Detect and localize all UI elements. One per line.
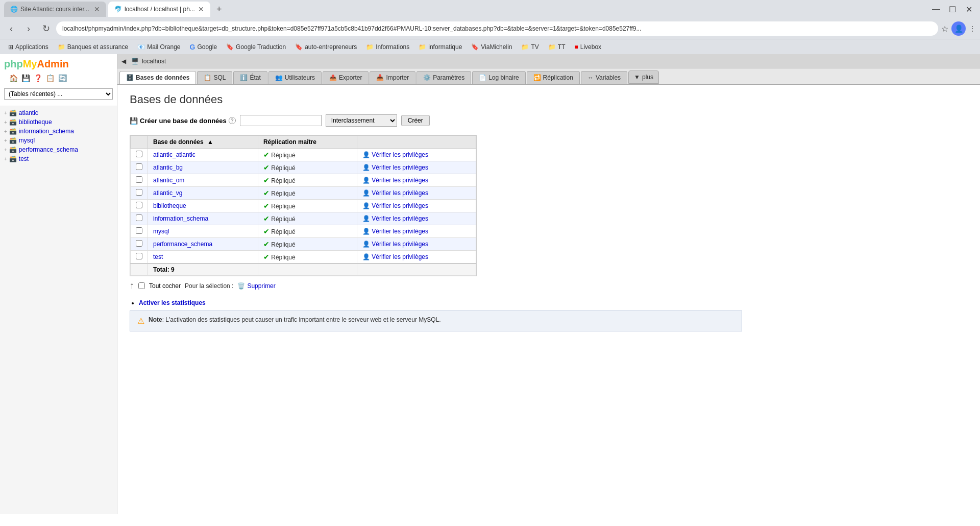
tab-inactive-close[interactable]: ✕ [94, 5, 100, 13]
tab-bases-de-donnees[interactable]: 🗄️ Bases de données [119, 71, 196, 84]
verifier-privileges-link[interactable]: 👤 Vérifier les privilèges [362, 253, 471, 260]
copy-icon[interactable]: 📋 [45, 73, 55, 83]
row-checkbox[interactable] [136, 202, 142, 208]
verifier-privileges-link[interactable]: 👤 Vérifier les privilèges [362, 164, 471, 171]
collation-select[interactable]: Interclassement utf8_general_ci utf8mb4_… [326, 114, 397, 127]
verifier-privileges-link[interactable]: 👤 Vérifier les privilèges [362, 241, 471, 248]
db-item-atlantic[interactable]: + 🗃️ atlantic [0, 108, 117, 117]
db-item-mysql[interactable]: + 🗃️ mysql [0, 136, 117, 145]
db-item-performance-schema[interactable]: + 🗃️ performance_schema [0, 145, 117, 154]
check-all-checkbox[interactable] [138, 282, 145, 289]
bookmark-banques[interactable]: 📁 Banques et assurance [54, 42, 132, 52]
activate-stats-link[interactable]: Activer les statistiques [139, 299, 206, 306]
bookmark-viamichelin[interactable]: 🔖 ViaMichelin [467, 42, 516, 52]
tab-etat[interactable]: ℹ️ État [233, 71, 267, 84]
row-checkbox[interactable] [136, 214, 142, 221]
verifier-privileges-link[interactable]: 👤 Vérifier les privilèges [362, 151, 471, 158]
log-icon: 📄 [479, 74, 486, 81]
forward-button[interactable]: › [21, 21, 36, 36]
row-checkbox-cell [131, 200, 148, 212]
tab-sql[interactable]: 📋 SQL [197, 71, 232, 84]
bookmark-google[interactable]: G Google [186, 42, 222, 52]
tab-exporter[interactable]: 📤 Exporter [323, 71, 369, 84]
create-db-button[interactable]: Créer [401, 115, 430, 126]
db-item-information-schema[interactable]: + 🗃️ information_schema [0, 127, 117, 136]
back-button[interactable]: ‹ [4, 21, 18, 36]
db-link-information-schema[interactable]: information_schema [19, 128, 74, 135]
db-link-atlantic[interactable]: atlantic [19, 109, 38, 116]
row-db-link[interactable]: atlantic_vg [153, 189, 182, 197]
tab-replication[interactable]: 🔁 Réplication [527, 71, 580, 84]
row-db-link[interactable]: atlantic_bg [153, 164, 183, 171]
tab-importer[interactable]: 📥 Importer [370, 71, 415, 84]
extensions-button[interactable]: ⋮ [969, 25, 976, 33]
bookmark-informations[interactable]: 📁 Informations [362, 42, 413, 52]
db-link-bibliotheque[interactable]: bibliotheque [19, 118, 52, 126]
bookmark-livebox[interactable]: ■ Livebox [571, 42, 606, 52]
home-icon[interactable]: 🏠 [8, 73, 18, 83]
maximize-button[interactable]: ☐ [945, 2, 960, 16]
row-checkbox[interactable] [136, 163, 142, 170]
bookmark-traduction[interactable]: 🔖 Google Traduction [222, 42, 290, 52]
auto-icon: 🔖 [295, 43, 303, 51]
tab-parametres[interactable]: ⚙️ Paramètres [416, 71, 471, 84]
supprimer-button[interactable]: 🗑️ Supprimer [237, 282, 275, 290]
create-db-input[interactable] [240, 115, 322, 126]
profile-button[interactable]: 👤 [951, 21, 966, 36]
refresh-icon[interactable]: 🔄 [57, 73, 67, 83]
row-db-link[interactable]: performance_schema [153, 241, 212, 248]
tab-more[interactable]: ▼ plus [628, 70, 659, 84]
verifier-privileges-link[interactable]: 👤 Vérifier les privilèges [362, 202, 471, 209]
bookmark-tt[interactable]: 📁 TT [544, 42, 570, 52]
col-database[interactable]: Base de données ▲ [148, 136, 258, 149]
recent-tables-select[interactable]: (Tables récentes) ... [4, 88, 113, 100]
row-db-link[interactable]: test [153, 253, 163, 260]
verifier-privileges-link[interactable]: 👤 Vérifier les privilèges [362, 228, 471, 235]
row-checkbox[interactable] [136, 253, 142, 259]
row-db-link[interactable]: atlantic_atlantic [153, 151, 195, 158]
bookmark-tv[interactable]: 📁 TV [517, 42, 543, 52]
close-button[interactable]: ✕ [962, 2, 976, 16]
db-item-test[interactable]: + 🗃️ test [0, 154, 117, 163]
tab-variables[interactable]: ↔️ Variables [581, 71, 627, 84]
verifier-privileges-link[interactable]: 👤 Vérifier les privilèges [362, 189, 471, 197]
bookmark-mail[interactable]: 📧 Mail Orange [133, 42, 184, 52]
row-db-link[interactable]: mysql [153, 228, 169, 235]
tab-utilisateurs[interactable]: 👥 Utilisateurs [268, 71, 322, 84]
bookmark-informatique[interactable]: 📁 informatique [414, 42, 466, 52]
bookmark-auto-entrepreneurs[interactable]: 🔖 auto-entrepreneurs [291, 42, 361, 52]
bookmark-star-button[interactable]: ☆ [941, 24, 948, 34]
replication-icon: 🔁 [533, 74, 541, 81]
db-link-mysql[interactable]: mysql [19, 137, 35, 144]
row-db-link[interactable]: information_schema [153, 215, 208, 222]
reload-button[interactable]: ↻ [39, 21, 53, 36]
tab-active-close[interactable]: ✕ [198, 5, 204, 13]
save-icon[interactable]: 💾 [20, 73, 31, 83]
tab-active[interactable]: 🐬 localhost / localhost | ph... ✕ [108, 2, 210, 17]
row-db-link[interactable]: atlantic_om [153, 177, 184, 184]
row-db-link[interactable]: bibliotheque [153, 202, 186, 209]
verifier-privileges-link[interactable]: 👤 Vérifier les privilèges [362, 177, 471, 184]
row-checkbox[interactable] [136, 189, 142, 196]
stats-section: Activer les statistiques ⚠ Note: L'activ… [130, 299, 968, 331]
mail-icon: 📧 [137, 43, 145, 51]
help-icon-create[interactable]: ? [229, 117, 236, 124]
db-item-bibliotheque[interactable]: + 🗃️ bibliotheque [0, 117, 117, 127]
db-link-test[interactable]: test [19, 155, 29, 162]
server-collapse-button[interactable]: ◀ [121, 58, 126, 65]
check-icon: ✔ [263, 189, 270, 197]
row-checkbox[interactable] [136, 240, 142, 247]
new-tab-button[interactable]: + [212, 2, 226, 17]
help-icon-sidebar[interactable]: ❓ [33, 73, 43, 83]
row-checkbox[interactable] [136, 227, 142, 234]
db-link-performance-schema[interactable]: performance_schema [19, 146, 78, 153]
tab-log-binaire[interactable]: 📄 Log binaire [472, 71, 525, 84]
sidebar-header: phpMyAdmin 🏠 💾 ❓ 📋 🔄 (Tables récentes) .… [0, 54, 117, 106]
address-input[interactable] [56, 21, 938, 36]
row-checkbox[interactable] [136, 151, 142, 157]
tab-inactive[interactable]: 🌐 Site Atlantic: cours inter... ✕ [4, 2, 106, 17]
bookmark-apps[interactable]: ⊞ Applications [4, 42, 53, 52]
verifier-privileges-link[interactable]: 👤 Vérifier les privilèges [362, 215, 471, 222]
row-checkbox[interactable] [136, 176, 142, 183]
minimize-button[interactable]: — [929, 2, 943, 16]
